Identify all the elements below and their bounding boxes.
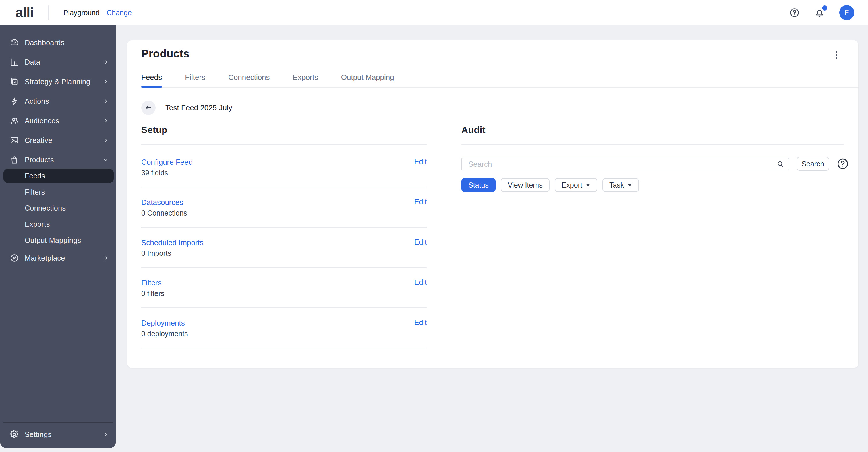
sidebar-item-label: Marketplace <box>25 254 103 262</box>
edit-link[interactable]: Edit <box>414 278 427 286</box>
gear-icon <box>10 430 19 439</box>
setup-item-configure-feed: Configure Feed 39 fields Edit <box>141 145 427 187</box>
feed-title: Test Feed 2025 July <box>165 104 232 112</box>
datasources-count: 0 Connections <box>141 208 427 218</box>
topbar: alli Playground Change F <box>0 0 868 25</box>
setup-item-filters: Filters 0 filters Edit <box>141 268 427 308</box>
notification-badge <box>822 5 827 11</box>
filters-link[interactable]: Filters <box>141 278 162 288</box>
setup-section: Setup Configure Feed 39 fields Edit Data… <box>141 124 427 348</box>
edit-link[interactable]: Edit <box>414 238 427 246</box>
shopping-bag-icon <box>10 155 19 164</box>
image-icon <box>10 136 19 145</box>
tab-connections[interactable]: Connections <box>228 69 270 87</box>
tab-output-mapping[interactable]: Output Mapping <box>341 69 394 87</box>
setup-heading: Setup <box>141 124 427 136</box>
audit-help-icon[interactable] <box>836 158 849 170</box>
caret-down-icon <box>586 183 590 187</box>
task-button[interactable]: Task <box>602 178 639 192</box>
export-button[interactable]: Export <box>555 178 597 192</box>
sidebar-subitem-feeds[interactable]: Feeds <box>3 169 114 183</box>
datasources-link[interactable]: Datasources <box>141 197 183 207</box>
configure-feed-count: 39 fields <box>141 168 427 177</box>
app-root: alli Playground Change F <box>0 0 868 452</box>
alli-logo: alli <box>16 6 34 20</box>
lightning-icon <box>10 96 19 106</box>
deployments-link[interactable]: Deployments <box>141 318 185 328</box>
sidebar-item-dashboards[interactable]: Dashboards <box>0 33 116 52</box>
audit-buttons: Status View Items Export Task <box>461 178 844 192</box>
sidebar-item-data[interactable]: Data <box>0 52 116 72</box>
chevron-right-icon <box>103 79 108 84</box>
feed-header: Test Feed 2025 July <box>141 101 232 115</box>
sidebar-item-label: Audiences <box>25 117 103 125</box>
change-workspace-link[interactable]: Change <box>106 9 132 17</box>
caret-down-icon <box>627 183 632 187</box>
audit-search-row: Search <box>461 157 844 171</box>
sidebar-subitem-connections[interactable]: Connections <box>0 200 116 216</box>
chevron-right-icon <box>103 432 108 437</box>
arrow-left-icon <box>145 104 152 112</box>
deployments-count: 0 deployments <box>141 329 427 339</box>
kebab-menu-icon[interactable] <box>832 50 840 61</box>
view-items-button[interactable]: View Items <box>501 178 550 192</box>
status-button[interactable]: Status <box>461 178 496 192</box>
setup-item-scheduled-imports: Scheduled Imports 0 Imports Edit <box>141 228 427 268</box>
bar-chart-icon <box>10 57 19 67</box>
sidebar-item-audiences[interactable]: Audiences <box>0 111 116 131</box>
sidebar-subitem-filters[interactable]: Filters <box>0 184 116 200</box>
search-input-wrap <box>461 158 789 170</box>
scheduled-imports-count: 0 Imports <box>141 248 427 258</box>
sidebar-item-label: Strategy & Planning <box>25 78 103 86</box>
audit-section: Audit Search Status <box>461 124 844 192</box>
sidebar-subitem-label: Filters <box>25 188 45 196</box>
sidebar-footer-divider <box>3 422 113 423</box>
audit-heading: Audit <box>461 124 844 136</box>
people-icon <box>10 116 19 125</box>
search-button[interactable]: Search <box>797 157 829 171</box>
sidebar-subitem-exports[interactable]: Exports <box>0 216 116 232</box>
tab-exports[interactable]: Exports <box>293 69 318 87</box>
sidebar-item-creative[interactable]: Creative <box>0 131 116 150</box>
sidebar-item-label: Dashboards <box>25 38 108 47</box>
topbar-separator <box>48 5 49 20</box>
edit-link[interactable]: Edit <box>414 318 427 327</box>
gauge-icon <box>10 38 19 47</box>
avatar[interactable]: F <box>839 5 854 20</box>
sidebar: Dashboards Data Str <box>0 25 116 448</box>
search-icon <box>777 160 784 168</box>
tab-feeds[interactable]: Feeds <box>141 69 162 87</box>
sidebar-item-strategy-planning[interactable]: Strategy & Planning <box>0 72 116 91</box>
chevron-down-icon <box>103 157 108 163</box>
sidebar-item-label: Data <box>25 58 103 66</box>
tab-filters[interactable]: Filters <box>185 69 205 87</box>
sidebar-subitem-label: Connections <box>25 204 66 213</box>
back-button[interactable] <box>141 101 156 115</box>
page-title: Products <box>141 48 189 60</box>
audit-heading-divider <box>461 144 844 145</box>
sidebar-item-settings[interactable]: Settings <box>0 425 116 444</box>
chevron-right-icon <box>103 98 108 104</box>
sidebar-item-actions[interactable]: Actions <box>0 91 116 111</box>
chevron-right-icon <box>103 255 108 261</box>
sidebar-item-label: Actions <box>25 97 103 106</box>
chevron-right-icon <box>103 59 108 65</box>
help-icon[interactable] <box>789 7 800 18</box>
filters-count: 0 filters <box>141 288 427 298</box>
sidebar-nav: Dashboards Data Str <box>0 25 116 268</box>
products-submenu: Feeds Filters Connections Exports Output… <box>0 169 116 248</box>
sidebar-item-marketplace[interactable]: Marketplace <box>0 248 116 268</box>
sidebar-item-label: Creative <box>25 136 103 144</box>
workspace-label: Playground <box>63 9 100 17</box>
sidebar-subitem-output-mappings[interactable]: Output Mappings <box>0 232 116 248</box>
sidebar-item-products[interactable]: Products <box>0 150 116 170</box>
sidebar-item-label: Settings <box>25 430 103 439</box>
edit-link[interactable]: Edit <box>414 158 427 166</box>
scheduled-imports-link[interactable]: Scheduled Imports <box>141 237 204 248</box>
configure-feed-link[interactable]: Configure Feed <box>141 157 193 167</box>
search-input[interactable] <box>461 158 789 170</box>
notifications-bell-icon[interactable] <box>814 7 825 18</box>
setup-item-deployments: Deployments 0 deployments Edit <box>141 308 427 348</box>
products-page-card: Products Feeds Filters Connections Expor… <box>127 40 858 368</box>
edit-link[interactable]: Edit <box>414 198 427 206</box>
